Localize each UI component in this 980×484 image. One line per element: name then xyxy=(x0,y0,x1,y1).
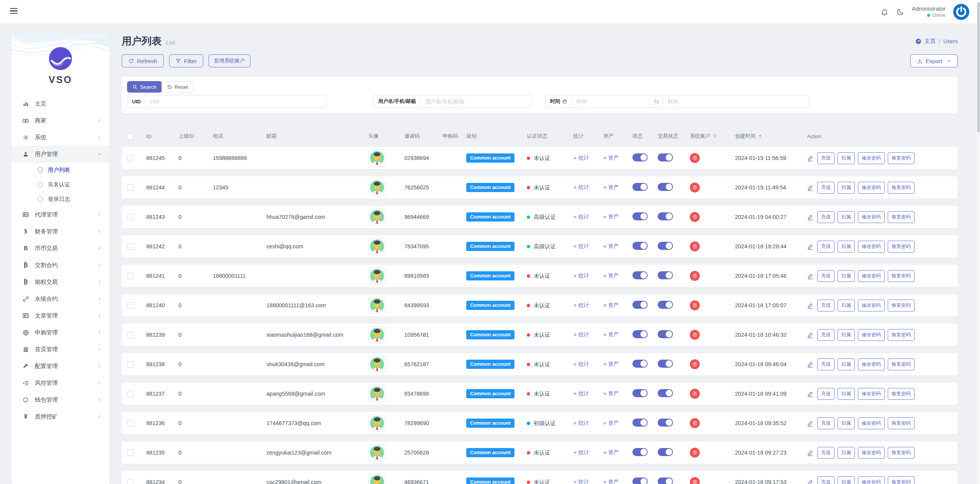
stats-link[interactable]: »统计 xyxy=(573,361,589,367)
sidebar-item-15[interactable]: 钱包管理 xyxy=(11,391,109,408)
refresh-button[interactable]: Refresh xyxy=(122,54,164,67)
status-toggle[interactable] xyxy=(632,301,648,309)
time-end-input[interactable] xyxy=(663,95,809,108)
belong-button[interactable]: 归属 xyxy=(838,476,855,484)
status-toggle[interactable] xyxy=(632,419,648,427)
recharge-button[interactable]: 充值 xyxy=(817,241,835,253)
stats-link[interactable]: »统计 xyxy=(573,155,589,161)
sidebar-item-16[interactable]: ¥质押挖矿 xyxy=(11,408,109,425)
sidebar-subitem-0[interactable]: 用户列表 xyxy=(11,163,109,177)
belong-button[interactable]: 归属 xyxy=(838,270,855,282)
sidebar-item-6[interactable]: B币币交易 xyxy=(11,240,109,257)
sidebar-item-1[interactable]: 商家 xyxy=(11,112,109,129)
restore-password-button[interactable]: 恢复密码 xyxy=(888,417,915,429)
belong-button[interactable]: 归属 xyxy=(838,182,855,194)
time-start-input[interactable] xyxy=(572,95,649,108)
row-checkbox[interactable] xyxy=(127,391,134,397)
row-checkbox[interactable] xyxy=(127,243,134,250)
change-password-button[interactable]: 修改密码 xyxy=(858,417,885,429)
restore-password-button[interactable]: 恢复密码 xyxy=(888,152,915,164)
row-checkbox[interactable] xyxy=(127,214,134,220)
row-checkbox[interactable] xyxy=(127,155,134,161)
recharge-button[interactable]: 充值 xyxy=(817,476,835,484)
row-checkbox[interactable] xyxy=(127,302,134,309)
assets-link[interactable]: »资产 xyxy=(603,331,619,337)
stats-link[interactable]: »统计 xyxy=(573,449,589,455)
assets-link[interactable]: »资产 xyxy=(603,361,619,367)
trade-status-toggle[interactable] xyxy=(658,212,673,220)
trade-status-toggle[interactable] xyxy=(658,419,673,427)
edit-pencil-icon[interactable] xyxy=(807,420,813,427)
edit-pencil-icon[interactable] xyxy=(807,479,813,484)
stats-link[interactable]: »统计 xyxy=(573,243,589,249)
recharge-button[interactable]: 充值 xyxy=(817,152,835,164)
notifications-bell-icon[interactable] xyxy=(880,8,889,16)
sidebar-item-2[interactable]: 系统 xyxy=(11,129,109,146)
status-toggle[interactable] xyxy=(632,242,648,250)
assets-link[interactable]: »资产 xyxy=(603,449,619,455)
restore-password-button[interactable]: 恢复密码 xyxy=(888,241,915,253)
change-password-button[interactable]: 修改密码 xyxy=(858,329,885,341)
recharge-button[interactable]: 充值 xyxy=(817,388,835,400)
recharge-button[interactable]: 充值 xyxy=(817,417,835,429)
stats-link[interactable]: »统计 xyxy=(573,479,589,484)
change-password-button[interactable]: 修改密码 xyxy=(858,241,885,253)
assets-link[interactable]: »资产 xyxy=(603,390,619,396)
stats-link[interactable]: »统计 xyxy=(573,390,589,396)
hamburger-menu-icon[interactable] xyxy=(10,8,18,14)
dark-mode-moon-icon[interactable] xyxy=(896,8,904,16)
belong-button[interactable]: 归属 xyxy=(838,388,855,400)
stats-link[interactable]: »统计 xyxy=(573,420,589,426)
trade-status-toggle[interactable] xyxy=(658,389,673,397)
page-scrollbar[interactable] xyxy=(977,0,980,484)
sidebar-item-9[interactable]: 永续合约 xyxy=(11,290,109,307)
funnel-icon[interactable] xyxy=(713,134,717,139)
scrollbar-thumb[interactable] xyxy=(977,2,980,132)
trade-status-toggle[interactable] xyxy=(658,242,673,250)
recharge-button[interactable]: 充值 xyxy=(817,329,835,341)
row-checkbox[interactable] xyxy=(127,450,134,456)
belong-button[interactable]: 归属 xyxy=(838,447,855,459)
assets-link[interactable]: »资产 xyxy=(603,213,619,220)
belong-button[interactable]: 归属 xyxy=(838,241,855,253)
sidebar-item-11[interactable]: 申购管理 xyxy=(11,324,109,341)
admin-info[interactable]: Administrator Online xyxy=(912,5,946,18)
restore-password-button[interactable]: 恢复密码 xyxy=(888,270,915,282)
status-toggle[interactable] xyxy=(632,477,648,484)
edit-pencil-icon[interactable] xyxy=(807,302,813,309)
edit-pencil-icon[interactable] xyxy=(807,155,813,161)
trade-status-toggle[interactable] xyxy=(658,448,673,456)
search-button[interactable]: Search xyxy=(127,81,162,93)
change-password-button[interactable]: 修改密码 xyxy=(858,182,885,194)
sidebar-subitem-1[interactable]: 实名认证 xyxy=(11,177,109,192)
belong-button[interactable]: 归属 xyxy=(838,300,855,311)
restore-password-button[interactable]: 恢复密码 xyxy=(888,476,915,484)
breadcrumb-home[interactable]: 主页 xyxy=(924,37,936,45)
recharge-button[interactable]: 充值 xyxy=(817,359,835,370)
restore-password-button[interactable]: 恢复密码 xyxy=(888,182,915,194)
trade-status-toggle[interactable] xyxy=(658,271,673,279)
uid-input[interactable] xyxy=(145,95,326,108)
stats-link[interactable]: »统计 xyxy=(573,213,589,220)
recharge-button[interactable]: 充值 xyxy=(817,211,835,223)
change-password-button[interactable]: 修改密码 xyxy=(858,359,885,370)
sidebar-item-8[interactable]: ₿期权交易 xyxy=(11,274,109,290)
status-toggle[interactable] xyxy=(632,389,648,397)
stats-link[interactable]: »统计 xyxy=(573,184,589,190)
trade-status-toggle[interactable] xyxy=(658,360,673,368)
status-toggle[interactable] xyxy=(632,212,648,220)
row-checkbox[interactable] xyxy=(127,479,134,484)
row-checkbox[interactable] xyxy=(127,361,134,368)
reset-button[interactable]: Reset xyxy=(162,81,193,93)
edit-pencil-icon[interactable] xyxy=(807,243,813,250)
edit-pencil-icon[interactable] xyxy=(807,361,813,368)
recharge-button[interactable]: 充值 xyxy=(817,182,835,194)
belong-button[interactable]: 归属 xyxy=(838,152,855,164)
status-toggle[interactable] xyxy=(632,330,648,338)
trade-status-toggle[interactable] xyxy=(658,183,673,191)
change-password-button[interactable]: 修改密码 xyxy=(858,300,885,311)
sidebar-item-7[interactable]: ₿交割合约 xyxy=(11,257,109,274)
sidebar-item-10[interactable]: 文章管理 xyxy=(11,307,109,324)
status-toggle[interactable] xyxy=(632,183,648,191)
sidebar-item-0[interactable]: 主页 xyxy=(11,95,109,112)
